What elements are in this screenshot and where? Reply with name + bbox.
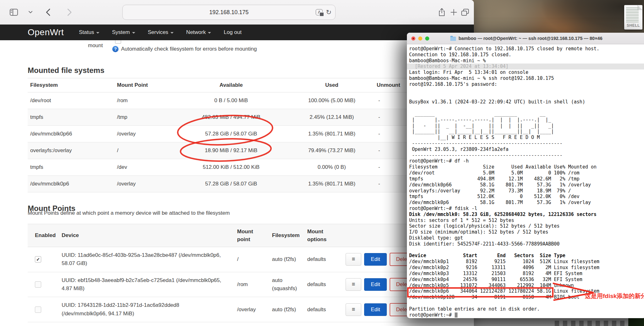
- enabled-checkbox[interactable]: ✓: [35, 256, 41, 262]
- terminal-line: |__| W I R E L E S S F R E E D O M: [409, 135, 644, 141]
- caret-down-icon: [208, 32, 211, 34]
- reload-icon[interactable]: ↻: [326, 8, 331, 16]
- new-tab-icon[interactable]: [449, 0, 458, 25]
- nav-menu-item[interactable]: Status: [79, 29, 99, 36]
- terminal-titlebar[interactable]: bamboo — root@OpenWrt: ~ — ssh root@192.…: [407, 33, 644, 44]
- cell-available: 0 B / 5.00 MiB: [173, 92, 289, 109]
- chevron-down-icon[interactable]: [28, 0, 33, 25]
- cell-used: 1.35% (801.71 MiB): [289, 176, 374, 192]
- edit-button[interactable]: Edit: [364, 303, 387, 316]
- cell-available: 57.28 GiB / 58.07 GiB: [173, 126, 289, 142]
- terminal-line: /dev/mmcblk0p6 58.1G 801.7M 57.3G 1% /ov…: [409, 200, 644, 206]
- col-used: Used: [289, 78, 374, 92]
- cell-used: 0.00% (0 B): [289, 159, 374, 176]
- shell-file-label: SHELL: [624, 23, 642, 28]
- terminal-line: Disklabel type: gpt: [409, 235, 644, 241]
- address-bar[interactable]: 192.168.10.175 A ↻: [122, 5, 336, 20]
- terminal-line: | - || _ | -__| || | | || _|| _|: [409, 123, 644, 129]
- cell-filesystem: auto(squashfs): [267, 272, 304, 297]
- terminal-line: root@OpenWrt:~# df -h: [409, 158, 644, 164]
- cell-available: 482.63 MiB / 494.77 MiB: [173, 109, 289, 126]
- cell-available: 18.90 MiB / 92.17 MiB: [173, 142, 289, 159]
- share-icon[interactable]: [437, 0, 447, 25]
- sidebar-toggle-icon[interactable]: [8, 0, 19, 25]
- col-filesystem: Filesystem: [267, 224, 304, 247]
- shell-file-icon[interactable]: SHELL: [624, 5, 643, 32]
- nav-item-label: Network: [186, 29, 206, 36]
- terminal-line: [409, 87, 644, 93]
- nav-menu-item[interactable]: System: [112, 29, 135, 36]
- terminal-line: /dev/mmcblk0p4 24576 90111 65536 32M EFI…: [409, 277, 644, 283]
- terminal-line: I/O size (minimum/optimal): 512 bytes / …: [409, 229, 644, 235]
- close-icon[interactable]: [411, 36, 415, 41]
- cell-mount-point: /rom: [233, 272, 267, 297]
- terminal-line: /dev/mmcblk0p1 8192 9215 1024 512K Linux…: [409, 259, 644, 265]
- minimize-icon[interactable]: [418, 36, 422, 41]
- terminal-line: tmpfs 494.8M 12.1M 482.6M 2% /tmp: [409, 176, 644, 182]
- terminal-line: | |.-----.-----.-----.| | | |.----.| |_: [409, 117, 644, 123]
- shell-document-icon: SHELL: [624, 5, 642, 30]
- cell-filesystem: tmpfs: [28, 159, 114, 176]
- nav-menu-item[interactable]: Services: [148, 29, 174, 36]
- terminal-title: bamboo — root@OpenWrt: ~ — ssh root@192.…: [458, 36, 602, 41]
- terminal-line: |_______|| __|_____|__|__||________||__|…: [409, 129, 644, 135]
- col-available: Available: [173, 78, 289, 92]
- nav-menu-item[interactable]: Log out: [224, 29, 242, 36]
- col-mount-point: Mount point: [233, 224, 267, 247]
- back-button[interactable]: [44, 0, 52, 25]
- terminal-window: bamboo — root@OpenWrt: ~ — ssh root@192.…: [407, 33, 644, 318]
- terminal-line: Disk /dev/mmcblk0: 58.23 GiB, 6252868403…: [409, 212, 644, 218]
- terminal-line: Partition table entries are not in disk …: [409, 306, 644, 312]
- mounted-fs-title: Mounted file systems: [28, 66, 104, 75]
- terminal-line: tmpfs 512.0K 0 512.0K 0% /dev: [409, 194, 644, 200]
- terminal-line: [409, 247, 644, 253]
- terminal-line: Device Start End Sectors Size Type: [409, 253, 644, 259]
- nav-item-label: Services: [148, 29, 168, 36]
- caret-down-icon: [96, 32, 99, 34]
- cell-filesystem: tmpfs: [28, 109, 114, 126]
- terminal-line: [Restored 5 Apr 2024 at 13:34:04]: [407, 64, 644, 69]
- cell-filesystem: overlayfs:/overlay: [28, 142, 114, 159]
- cell-mount-point: /overlay: [233, 297, 267, 322]
- edit-button[interactable]: Edit: [364, 278, 387, 291]
- cell-used: 2.45% (12.14 MiB): [289, 109, 374, 126]
- caret-down-icon: [132, 32, 135, 34]
- terminal-line: root@OpenWrt:~# Connection to 192.168.10…: [409, 46, 644, 52]
- translate-icon[interactable]: A: [316, 9, 323, 15]
- mount-points-subtitle: Mount Points define at which point a mem…: [28, 210, 230, 216]
- row-menu-button[interactable]: ≡: [346, 303, 361, 316]
- enabled-checkbox[interactable]: [35, 281, 41, 288]
- tab-overview-icon[interactable]: [460, 0, 470, 25]
- terminal-line: /dev/mmcblk0p66 58.1G 801.7M 57.3G 1% /o…: [409, 182, 644, 188]
- edit-button[interactable]: Edit: [364, 253, 387, 266]
- cell-mount-point: /: [114, 142, 173, 159]
- cell-device: UUID: ebf15b48-3aeeabf9-b2c7a5eb-c725eda…: [57, 272, 233, 297]
- terminal-line: overlayfs:/overlay 92.2M 73.3M 18.9M 79%…: [409, 188, 644, 194]
- enabled-checkbox[interactable]: [35, 307, 41, 313]
- terminal-line: Units: sectors of 1 * 512 = 512 bytes: [409, 218, 644, 224]
- chinese-annotation: 这是用fdisk添加的新分区: [585, 292, 644, 300]
- cell-device: UUID: 11ad6e0c-85cf-403b-925a-13ae28cbe4…: [57, 247, 233, 272]
- row-menu-button[interactable]: ≡: [346, 253, 361, 266]
- nav-menu-item[interactable]: Network: [186, 29, 211, 36]
- forward-button[interactable]: [65, 0, 74, 25]
- cell-filesystem: auto (f2fs): [267, 247, 304, 272]
- folder-icon: [450, 37, 456, 41]
- url-text: 192.168.10.175: [209, 9, 248, 16]
- cell-filesystem: auto (f2fs): [267, 297, 304, 322]
- row-menu-button[interactable]: ≡: [346, 278, 361, 291]
- desktop-corner: [628, 318, 644, 326]
- cell-mount-point: /tmp: [114, 109, 173, 126]
- background-window-text-fragment: [555, 321, 636, 326]
- terminal-line: OpenWrt 23.05.3, r23809-234f1a2efa: [409, 146, 644, 152]
- terminal-line: bamboo@Bamboos-Mac-mini ~ % ssh root@192…: [409, 75, 644, 81]
- cell-mount-point: /overlay: [114, 126, 173, 142]
- terminal-line: /dev/mmcblk0p3 13312 21503 8192 4M EFI S…: [409, 271, 644, 277]
- zoom-icon[interactable]: [425, 36, 429, 41]
- terminal-line: _______ ________ __: [409, 111, 644, 117]
- cell-filesystem: /dev/mmcblk0p66: [28, 126, 114, 142]
- cell-mount-point: /rom: [114, 92, 173, 109]
- terminal-body[interactable]: root@OpenWrt:~# Connection to 192.168.10…: [407, 44, 644, 318]
- col-mount-point: Mount Point: [114, 78, 173, 92]
- nav-menu: Status System Services Network Log out: [79, 29, 242, 36]
